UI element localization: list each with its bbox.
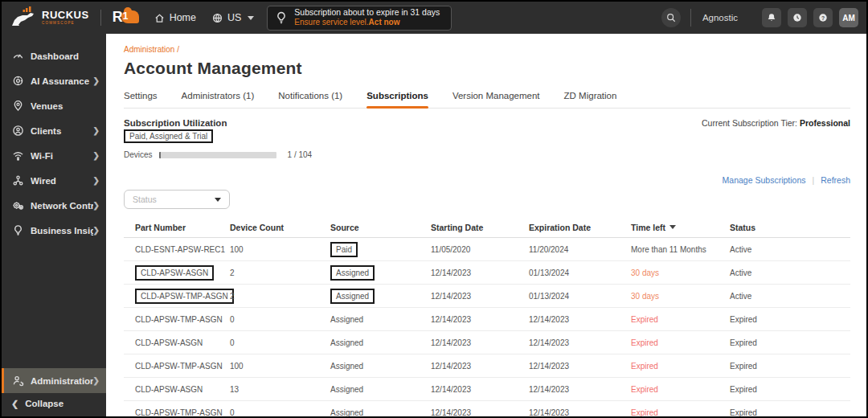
chevron-right-icon: ❯ (93, 226, 100, 235)
utilization-filter-label: Paid, Assigned & Trial (124, 129, 213, 143)
sidebar-item-wired[interactable]: Wired❯ (2, 168, 106, 193)
sidebar-item-dashboard[interactable]: Dashboard (2, 43, 106, 68)
tab-version-management[interactable]: Version Management (452, 91, 540, 108)
table-row[interactable]: CLD-APSW-TMP-ASGN100Assigned12/14/202312… (124, 354, 850, 378)
cell-device-count: 0 (219, 408, 319, 417)
cell-device-count: 0 (219, 338, 319, 347)
subscription-alert-banner[interactable]: Subscription about to expire in 31 days … (267, 6, 452, 31)
alert-act-now-link[interactable]: Act now (369, 18, 400, 27)
sidebar-item-business-insights[interactable]: Business Insights❯ (2, 218, 106, 243)
tab-zd-migration[interactable]: ZD Migration (564, 91, 617, 108)
cell-source: Assigned (319, 362, 420, 371)
sidebar-item-wi-fi[interactable]: Wi-Fi❯ (2, 143, 106, 168)
cell-device-count: 2 (219, 292, 319, 301)
user-avatar[interactable]: AM (839, 8, 858, 27)
bulb-icon (276, 11, 287, 24)
sidebar-item-label: Business Insights (31, 226, 93, 236)
chevron-right-icon: ❯ (93, 376, 100, 385)
cell-starting-date: 12/14/2023 (420, 385, 518, 394)
table-row[interactable]: CLD-APSW-TMP-ASGN0Assigned12/14/202312/1… (124, 308, 850, 331)
chevron-right-icon: ❯ (93, 201, 100, 210)
cell-starting-date: 12/14/2023 (420, 338, 518, 347)
column-header-expiration-date[interactable]: Expiration Date (518, 223, 620, 232)
cell-status: Expired (719, 408, 850, 417)
table-row[interactable]: CLD-APSW-TMP-ASGN2Assigned12/14/202301/1… (124, 285, 850, 308)
manage-subscriptions-link[interactable]: Manage Subscriptions (723, 175, 806, 185)
top-bar: RUCKUS COMMSCOPE R 1 Home US Subscriptio… (2, 2, 866, 34)
cell-part-number: CLD-APSW-ASGN (124, 338, 219, 347)
globe-icon (212, 13, 223, 23)
cell-status: Active (719, 268, 850, 277)
table-row[interactable]: CLD-APSW-ASGN0Assigned12/14/202312/14/20… (124, 331, 850, 354)
cell-expiration-date: 12/14/2023 (518, 338, 620, 347)
region-label: US (227, 12, 241, 23)
cell-starting-date: 11/05/2020 (420, 245, 518, 254)
cell-starting-date: 12/14/2023 (420, 362, 518, 371)
tab-bar: SettingsAdministrators (1)Notifications … (124, 91, 850, 109)
region-selector[interactable]: US (212, 12, 254, 23)
table-row[interactable]: CLD-ESNT-APSW-REC1100Paid11/05/202011/20… (124, 238, 850, 261)
devices-label: Devices (124, 150, 153, 159)
cell-time-left: 30 days (620, 268, 719, 277)
tab-administrators-1[interactable]: Administrators (1) (182, 91, 255, 108)
topbar-divider (690, 9, 691, 27)
cell-source: Paid (319, 242, 420, 257)
sidebar-item-administration[interactable]: Administration❯ (2, 368, 106, 393)
recent-activity-button[interactable] (788, 8, 807, 27)
home-icon (154, 13, 165, 23)
column-header-time-left[interactable]: Time left (620, 223, 719, 232)
table-row[interactable]: CLD-APSW-TMP-ASGN0Assigned12/14/202312/1… (124, 401, 850, 416)
status-filter-select[interactable]: Status (124, 190, 230, 209)
column-header-part-number[interactable]: Part Number (124, 223, 219, 232)
table-row[interactable]: CLD-APSW-ASGN13Assigned12/14/202312/14/2… (124, 378, 850, 401)
cell-status: Expired (719, 315, 850, 324)
venues-pin-icon (11, 100, 24, 113)
cell-expiration-date: 12/14/2023 (518, 315, 620, 324)
cell-time-left: Expired (620, 338, 719, 347)
cell-part-number: CLD-APSW-ASGN (124, 385, 219, 394)
sidebar-item-clients[interactable]: Clients❯ (2, 118, 106, 143)
cell-device-count: 13 (219, 385, 319, 394)
column-header-starting-date[interactable]: Starting Date (420, 223, 518, 232)
sidebar-item-label: Wi-Fi (31, 151, 93, 161)
cell-part-number: CLD-APSW-TMP-ASGN (124, 289, 219, 304)
administration-icon (11, 375, 24, 387)
search-button[interactable] (661, 8, 681, 27)
column-header-status[interactable]: Status (719, 223, 850, 232)
cell-part-number: CLD-APSW-TMP-ASGN (124, 408, 219, 417)
subscription-utilization-heading: Subscription Utilization (124, 118, 312, 128)
tab-settings[interactable]: Settings (124, 91, 158, 108)
cell-starting-date: 12/14/2023 (420, 315, 518, 324)
cell-source-annotation-box: Assigned (330, 265, 375, 281)
chevron-left-icon: ❮ (11, 399, 18, 409)
subscriptions-table: Part NumberDevice CountSourceStarting Da… (124, 217, 850, 416)
cell-time-left: Expired (620, 385, 719, 394)
cell-source-annotation-box: Assigned (330, 289, 375, 304)
table-row[interactable]: CLD-APSW-ASGN2Assigned12/14/202301/13/20… (124, 261, 850, 285)
cell-device-count: 0 (219, 315, 319, 324)
help-button[interactable]: ? (813, 8, 833, 27)
sort-caret-icon (669, 225, 676, 229)
sidebar-item-venues[interactable]: Venues (2, 93, 106, 118)
cell-status: Active (719, 292, 850, 301)
sidebar-item-network-control[interactable]: Network Control❯ (2, 193, 106, 218)
home-nav-button[interactable]: Home (154, 12, 196, 23)
tab-subscriptions[interactable]: Subscriptions (366, 91, 428, 108)
sidebar-item-label: AI Assurance (31, 76, 93, 86)
breadcrumb[interactable]: Administration / (124, 45, 850, 54)
sidebar-item-label: Network Control (31, 201, 93, 211)
network-control-icon (11, 199, 24, 212)
column-header-source[interactable]: Source (319, 223, 420, 232)
column-header-device-count[interactable]: Device Count (219, 223, 319, 232)
alert-submessage: Ensure service level.Act now (294, 18, 440, 28)
ruckus-dog-icon (10, 6, 37, 29)
refresh-link[interactable]: Refresh (821, 175, 850, 185)
tab-notifications-1[interactable]: Notifications (1) (278, 91, 342, 108)
tier-label: Current Subscription Tier: (702, 118, 797, 128)
wifi-icon (11, 150, 24, 162)
search-icon (666, 13, 676, 23)
current-subscription-tier: Current Subscription Tier: Professional (702, 118, 850, 159)
sidebar-collapse-button[interactable]: ❮ Collapse (2, 393, 106, 414)
notifications-button[interactable] (762, 8, 781, 27)
sidebar-item-ai-assurance[interactable]: AI Assurance❯ (2, 68, 106, 93)
